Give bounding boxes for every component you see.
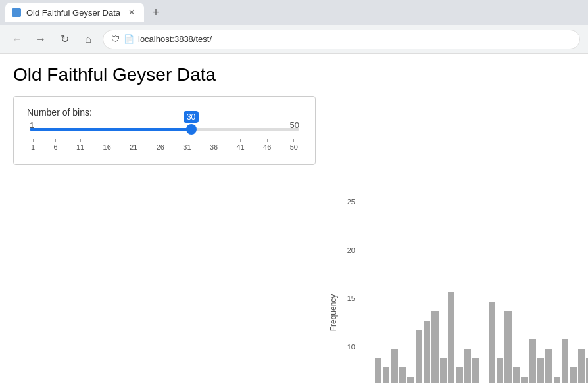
bar-13 <box>464 349 471 383</box>
tick-36: 36 <box>210 139 218 151</box>
slider-thumb-container: 30 <box>184 111 199 135</box>
histogram-bars <box>358 198 588 383</box>
tick-41: 41 <box>237 139 245 151</box>
bar-19 <box>513 367 520 383</box>
bar-2 <box>375 358 381 383</box>
bar-12 <box>456 367 462 383</box>
title-bar: Old Faithful Geyser Data × + <box>0 0 588 25</box>
bar-8 <box>424 321 430 383</box>
browser-tab[interactable]: Old Faithful Geyser Data × <box>5 3 144 22</box>
bar-9 <box>431 311 438 383</box>
slider-track[interactable]: 1 30 50 <box>30 123 299 136</box>
home-button[interactable]: ⌂ <box>79 30 97 49</box>
bins-label: Number of bins: <box>27 107 302 118</box>
bar-5 <box>399 367 406 383</box>
tick-6: 6 <box>53 139 57 151</box>
address-text: localhost:3838/test/ <box>138 34 212 44</box>
tick-46: 46 <box>263 139 271 151</box>
chart-area: Frequency 0 5 10 15 20 25 50 60 <box>328 198 588 383</box>
y-tick-15: 15 <box>347 294 355 302</box>
tick-1: 1 <box>31 139 35 151</box>
bar-18 <box>504 311 511 383</box>
bar-4 <box>391 349 397 383</box>
tab-close-button[interactable]: × <box>126 7 137 18</box>
tick-11: 11 <box>76 139 84 151</box>
y-axis-label: Frequency <box>329 294 338 332</box>
y-tick-10: 10 <box>347 343 355 351</box>
bar-20 <box>521 377 527 383</box>
bar-10 <box>440 358 447 383</box>
security-icon: 🛡 <box>111 34 120 44</box>
nav-bar: ← → ↻ ⌂ 🛡 📄 localhost:3838/test/ <box>0 25 588 54</box>
new-tab-button[interactable]: + <box>147 3 165 22</box>
bar-6 <box>407 377 414 383</box>
y-tick-25: 25 <box>347 198 355 206</box>
bar-14 <box>472 358 479 383</box>
slider-ticks: 1 6 11 16 21 26 31 36 41 46 50 <box>30 139 299 151</box>
tab-favicon <box>12 8 21 17</box>
bar-25 <box>562 339 568 383</box>
slider-container: 1 30 50 1 6 11 16 21 26 <box>27 123 302 151</box>
refresh-button[interactable]: ↻ <box>55 30 74 49</box>
chart-wrapper: Frequency 0 5 10 15 20 25 50 60 <box>328 198 588 383</box>
bar-24 <box>554 377 560 383</box>
bar-16 <box>489 302 495 383</box>
bar-26 <box>570 367 576 383</box>
page-content: Old Faithful Geyser Data Number of bins:… <box>0 54 588 175</box>
forward-button[interactable]: → <box>32 30 50 49</box>
address-bar[interactable]: 🛡 📄 localhost:3838/test/ <box>103 30 580 49</box>
back-button[interactable]: ← <box>8 30 26 49</box>
tab-title: Old Faithful Geyser Data <box>26 8 120 18</box>
slider-max-label: 50 <box>290 120 299 130</box>
slider-value-label: 30 <box>184 111 199 123</box>
slider-fill <box>30 128 189 131</box>
y-axis: 0 5 10 15 20 25 <box>339 198 358 383</box>
bar-17 <box>497 358 503 383</box>
bar-3 <box>383 367 389 383</box>
y-tick-20: 20 <box>347 246 355 254</box>
page-title: Old Faithful Geyser Data <box>13 64 575 85</box>
tick-21: 21 <box>130 139 137 151</box>
bar-22 <box>537 358 544 383</box>
tick-26: 26 <box>157 139 164 151</box>
page-icon: 📄 <box>124 34 134 44</box>
tick-16: 16 <box>103 139 111 151</box>
bar-11 <box>448 292 454 383</box>
bar-23 <box>545 349 552 383</box>
slider-min-label: 1 <box>30 120 34 130</box>
slider-thumb[interactable] <box>186 124 197 135</box>
control-panel: Number of bins: 1 30 50 <box>13 96 316 165</box>
bar-27 <box>578 349 585 383</box>
bar-21 <box>529 339 536 383</box>
tick-50: 50 <box>290 139 298 151</box>
bar-7 <box>416 330 422 383</box>
tick-31: 31 <box>183 139 191 151</box>
main-layout: Number of bins: 1 30 50 <box>13 96 575 165</box>
